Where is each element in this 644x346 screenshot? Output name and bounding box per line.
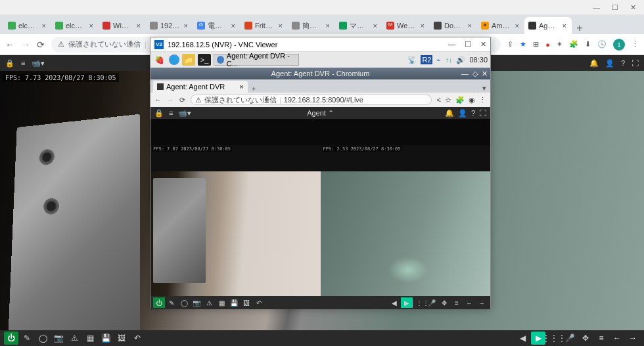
tab-window[interactable]: Windo× [99, 17, 146, 34]
tab-gmail[interactable]: MWelcom× [382, 17, 430, 34]
inner-undo-button[interactable]: ↶ [253, 297, 265, 308]
layout-grid-button[interactable]: ⋮⋮⋮ [547, 332, 561, 345]
raspberry-menu-icon[interactable]: 🍓 [153, 54, 166, 66]
reload-button[interactable]: ⟳ [37, 39, 45, 50]
file-manager-icon[interactable]: 📁 [182, 54, 195, 66]
inner-puzzle-icon[interactable]: 🧩 [455, 96, 465, 104]
close-tab-icon[interactable]: × [135, 22, 142, 30]
close-tab-icon[interactable]: × [419, 22, 426, 30]
save-button[interactable]: 💾 [99, 332, 113, 345]
user-icon[interactable]: 👤 [605, 59, 614, 68]
install-icon[interactable]: ⊞ [533, 40, 539, 49]
tab-amazon[interactable]: aAmazo× [477, 17, 524, 34]
close-tab-icon[interactable]: × [467, 22, 473, 30]
camera-pane-2[interactable]: FPS: 2.53 2023/08/27 8:30:05 [321, 119, 491, 296]
bell-icon[interactable]: 🔔 [589, 59, 599, 68]
inner-prev-button[interactable]: ◀ [388, 297, 400, 308]
inner-help-icon[interactable]: ? [471, 109, 475, 118]
inner-new-tab-button[interactable]: + [248, 85, 260, 93]
inner-nav-right-button[interactable]: → [476, 297, 488, 308]
list-icon[interactable]: ≡ [21, 59, 25, 67]
back-button[interactable]: ← [5, 39, 14, 50]
inner-mic-button[interactable]: 🎤 [426, 297, 438, 308]
share-icon[interactable]: ⇪ [507, 40, 513, 49]
close-tab-icon[interactable]: × [561, 22, 568, 30]
ptz-button[interactable]: ✥ [578, 332, 593, 345]
r2-tray-icon[interactable]: R2 [421, 55, 432, 64]
alerts-button[interactable]: ⚠ [67, 332, 81, 345]
inner-share-icon[interactable]: < [437, 96, 441, 104]
close-tab-icon[interactable]: × [277, 22, 284, 30]
inner-nav-left-button[interactable]: ← [463, 297, 475, 308]
inner-record-button[interactable]: ◯ [178, 297, 190, 308]
power-button[interactable]: ⏻ [4, 332, 18, 345]
chromium-close-button[interactable]: ✕ [482, 70, 488, 78]
help-icon[interactable]: ? [621, 59, 625, 68]
network-up-icon[interactable]: ↑↓ [445, 56, 452, 64]
extension-dot-icon[interactable]: ● [545, 41, 550, 49]
inner-bell-icon[interactable]: 🔔 [445, 109, 454, 118]
inner-tab-agent[interactable]: Agent: Agent DVR × [153, 81, 248, 93]
profile-avatar[interactable]: 1 [613, 39, 625, 51]
record-button[interactable]: ◯ [35, 332, 50, 345]
chromium-title-bar[interactable]: Agent: Agent DVR - Chromium — ◇ ✕ [150, 68, 490, 79]
download-icon[interactable]: ⬇ [585, 40, 591, 49]
minimize-button[interactable]: — [593, 3, 600, 11]
tab-elchika-1[interactable]: elchika× [4, 17, 51, 34]
chromium-minimize-button[interactable]: — [461, 70, 469, 78]
volume-icon[interactable]: 🔊 [456, 56, 465, 64]
inner-star-icon[interactable]: ☆ [445, 96, 451, 104]
tab-download[interactable]: Downlo× [430, 17, 477, 34]
inner-fullscreen-icon[interactable]: ⛶ [479, 109, 486, 118]
close-tab-icon[interactable]: × [230, 22, 237, 30]
close-tab-icon[interactable]: × [183, 22, 189, 30]
tab-simple[interactable]: 簡単な× [288, 17, 335, 34]
bookmark-star-icon[interactable]: ★ [520, 40, 526, 49]
inner-list-icon[interactable]: ≡ [169, 109, 173, 117]
inner-power-button[interactable]: ⏻ [153, 297, 165, 308]
extensions-icon-2[interactable]: 🧩 [569, 40, 578, 49]
inner-alerts-button[interactable]: ⚠ [203, 297, 215, 308]
inner-avatar-icon[interactable]: ◉ [469, 96, 475, 104]
terminal-icon[interactable]: >_ [198, 54, 211, 66]
inner-agent-title[interactable]: Agent [307, 109, 326, 117]
tab-drive[interactable]: マイドラ× [335, 17, 382, 34]
close-button[interactable]: ✕ [630, 3, 636, 12]
camera-menu-icon[interactable]: 📹▾ [32, 59, 45, 68]
inner-edit-button[interactable]: ✎ [166, 297, 177, 308]
maximize-button[interactable]: ☐ [612, 3, 618, 12]
close-tab-icon[interactable]: × [514, 22, 520, 30]
tab-fritzing[interactable]: Fritzing× [241, 17, 288, 34]
close-tab-icon[interactable]: × [372, 22, 379, 30]
tab-google[interactable]: G電気回× [193, 17, 241, 34]
nav-right-button[interactable]: → [626, 332, 640, 345]
inner-layout-grid-button[interactable]: ⋮⋮⋮ [413, 297, 425, 308]
inner-menu-icon[interactable]: ⋮ [479, 96, 486, 104]
inner-snapshot-button[interactable]: 📷 [191, 297, 202, 308]
taskbar-app-chromium[interactable]: Agent: Agent DVR - C... [214, 54, 299, 66]
inner-forward-button[interactable]: → [167, 96, 174, 104]
tab-192[interactable]: 192.16× [146, 17, 193, 34]
inner-tab-dropdown-icon[interactable]: ▾ [478, 84, 490, 93]
extensions-icon[interactable]: ✴ [557, 40, 563, 49]
inner-gallery-button[interactable]: 🖼 [241, 297, 252, 308]
inner-save-button[interactable]: 💾 [228, 297, 240, 308]
inner-url-input[interactable]: ⚠ 保護されていない通信 | 192.168.12.5:8090/#Live [191, 95, 432, 105]
inner-camera-menu-icon[interactable]: 📹▾ [178, 109, 191, 118]
edit-button[interactable]: ✎ [20, 332, 34, 345]
snapshot-button[interactable]: 📷 [51, 332, 66, 345]
inner-user-icon[interactable]: 👤 [458, 109, 467, 118]
new-tab-button[interactable]: + [572, 22, 587, 34]
close-tab-icon[interactable]: × [325, 22, 331, 30]
undo-button[interactable]: ↶ [130, 332, 145, 345]
bluetooth-icon[interactable]: ⌁ [436, 56, 441, 64]
vnc-minimize-button[interactable]: — [448, 40, 455, 49]
inner-grid-button[interactable]: ▦ [216, 297, 227, 308]
vnc-title-bar[interactable]: V2 192.168.12.5 (NVR) - VNC Viewer — ☐ ✕ [150, 37, 490, 52]
menu-icon[interactable]: ⋮ [632, 40, 639, 49]
nav-left-button[interactable]: ← [610, 332, 624, 345]
close-tab-icon[interactable]: × [88, 22, 95, 30]
history-icon[interactable]: 🕓 [597, 40, 607, 49]
vnc-close-button[interactable]: ✕ [480, 40, 486, 49]
mic-button[interactable]: 🎤 [563, 332, 577, 345]
